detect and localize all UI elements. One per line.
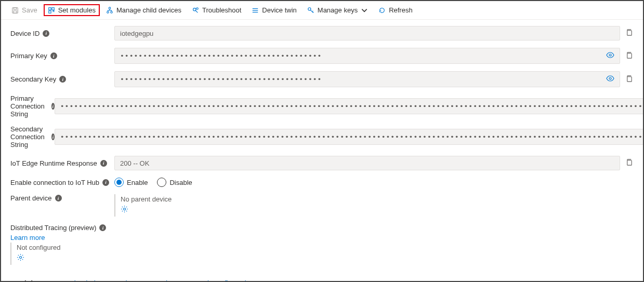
primary-key-row: Primary Key i ••••••••••••••••••••••••••… <box>10 48 634 64</box>
device-twin-label: Device twin <box>262 6 296 14</box>
info-icon[interactable]: i <box>102 179 109 186</box>
runtime-value: 200 -- OK <box>114 156 620 170</box>
svg-point-16 <box>609 54 611 56</box>
refresh-icon <box>378 7 386 14</box>
runtime-row: IoT Edge Runtime Response i 200 -- OK <box>10 156 634 170</box>
learn-more-link[interactable]: Learn more <box>10 234 45 241</box>
disable-radio[interactable]: Disable <box>157 178 192 187</box>
svg-point-26 <box>19 256 21 258</box>
tracing-value: Not configured <box>17 244 634 251</box>
copy-icon[interactable] <box>625 51 634 61</box>
secondary-conn-label: Secondary Connection String <box>10 125 48 149</box>
tab-bar: Modules IoT Edge hub connections Deploym… <box>10 275 634 282</box>
tracing-row: Distributed Tracing (preview) i Learn mo… <box>10 224 634 265</box>
svg-point-18 <box>609 77 611 79</box>
primary-conn-label: Primary Connection String <box>10 95 48 118</box>
copy-icon[interactable] <box>625 29 634 38</box>
toolbar: Save Set modules Manage child devices Tr… <box>1 1 643 20</box>
svg-rect-2 <box>14 10 17 12</box>
info-icon[interactable]: i <box>100 160 107 167</box>
manage-keys-button[interactable]: Manage keys <box>303 4 372 16</box>
secondary-key-row: Secondary Key i ••••••••••••••••••••••••… <box>10 71 634 87</box>
tab-hub-connections[interactable]: IoT Edge hub connections <box>54 275 140 282</box>
svg-rect-24 <box>627 160 632 165</box>
parent-device-label: Parent device <box>10 194 52 202</box>
info-icon[interactable]: i <box>99 224 106 231</box>
svg-rect-3 <box>48 7 50 9</box>
set-modules-label: Set modules <box>58 6 96 14</box>
enable-conn-row: Enable connection to IoT Hub i Enable Di… <box>10 178 634 187</box>
save-button[interactable]: Save <box>7 4 42 16</box>
copy-icon[interactable] <box>625 75 634 84</box>
device-twin-button[interactable]: Device twin <box>247 4 300 16</box>
key-icon <box>307 7 314 14</box>
save-label: Save <box>22 6 37 14</box>
info-icon[interactable]: i <box>59 76 66 83</box>
device-twin-icon <box>252 7 259 14</box>
svg-rect-5 <box>48 10 50 12</box>
enable-conn-label: Enable connection to IoT Hub <box>10 179 99 186</box>
svg-point-8 <box>111 11 113 13</box>
primary-conn-value: ••••••••••••••••••••••••••••••••••••••••… <box>55 98 644 114</box>
device-id-row: Device ID i iotedgegpu <box>10 26 634 41</box>
troubleshoot-button[interactable]: Troubleshoot <box>188 4 245 16</box>
tab-modules[interactable]: Modules <box>10 275 42 282</box>
manage-child-label: Manage child devices <box>116 6 181 14</box>
secondary-conn-value: ••••••••••••••••••••••••••••••••••••••••… <box>55 129 644 145</box>
set-modules-icon <box>48 7 55 14</box>
svg-rect-17 <box>627 53 632 58</box>
gear-icon[interactable] <box>17 253 24 263</box>
primary-key-label: Primary Key <box>10 52 47 60</box>
hierarchy-icon <box>106 7 113 14</box>
tracing-label: Distributed Tracing (preview) <box>10 224 96 232</box>
secondary-conn-row: Secondary Connection String i ••••••••••… <box>10 125 634 149</box>
device-id-value: iotedgegpu <box>114 26 620 41</box>
content-area: Device ID i iotedgegpu Primary Key i •••… <box>1 20 643 282</box>
svg-rect-19 <box>627 76 632 81</box>
info-icon[interactable]: i <box>50 52 57 59</box>
svg-point-7 <box>107 11 109 13</box>
secondary-key-value: ••••••••••••••••••••••••••••••••••••••••… <box>114 71 620 87</box>
save-icon <box>11 7 19 14</box>
info-icon[interactable]: i <box>43 30 49 37</box>
troubleshoot-icon <box>192 7 199 14</box>
gear-icon[interactable] <box>121 205 128 214</box>
refresh-label: Refresh <box>389 6 413 14</box>
secondary-key-label: Secondary Key <box>10 75 56 83</box>
enable-radio[interactable]: Enable <box>114 178 148 187</box>
svg-rect-4 <box>52 7 54 9</box>
svg-rect-0 <box>12 7 18 13</box>
set-modules-button[interactable]: Set modules <box>44 4 100 16</box>
svg-point-10 <box>196 7 199 9</box>
manage-keys-label: Manage keys <box>318 6 358 14</box>
copy-icon[interactable] <box>625 158 634 168</box>
reveal-icon[interactable] <box>606 51 614 61</box>
parent-device-value: No parent device <box>121 195 172 203</box>
tab-deployments[interactable]: Deployments and Configurations <box>151 275 259 282</box>
svg-point-25 <box>123 208 125 210</box>
device-id-label: Device ID <box>10 30 40 37</box>
info-icon[interactable]: i <box>55 195 62 202</box>
svg-rect-1 <box>14 7 16 9</box>
chevron-down-icon <box>361 7 368 14</box>
refresh-button[interactable]: Refresh <box>374 4 417 16</box>
reveal-icon[interactable] <box>606 74 614 84</box>
primary-conn-row: Primary Connection String i ••••••••••••… <box>10 95 634 118</box>
troubleshoot-label: Troubleshoot <box>202 6 241 14</box>
svg-rect-15 <box>627 31 632 35</box>
runtime-label: IoT Edge Runtime Response <box>10 159 97 167</box>
manage-child-button[interactable]: Manage child devices <box>102 4 186 16</box>
primary-key-value: ••••••••••••••••••••••••••••••••••••••••… <box>114 48 620 64</box>
parent-device-row: Parent device i No parent device <box>10 194 634 217</box>
svg-point-6 <box>109 7 111 9</box>
